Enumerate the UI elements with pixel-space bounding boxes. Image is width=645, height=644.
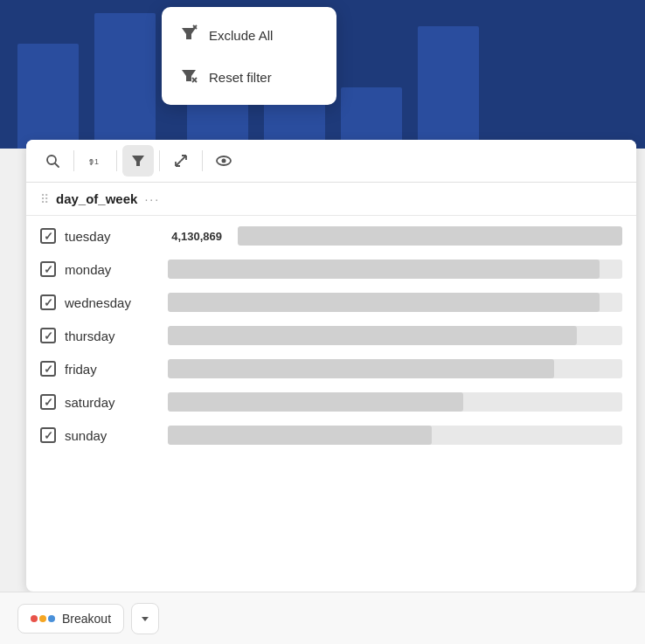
filter-label-monday: monday — [65, 262, 152, 277]
breakout-label: Breakout — [62, 612, 111, 626]
filter-row-sunday: sunday — [26, 419, 636, 452]
search-button[interactable] — [37, 145, 68, 177]
checkbox-wednesday[interactable] — [40, 294, 56, 310]
bar-wednesday — [168, 293, 622, 312]
filter-label-sunday: sunday — [65, 428, 152, 443]
chart-bar — [418, 26, 479, 149]
divider-4 — [202, 150, 203, 171]
filter-row-thursday: thursday — [26, 319, 636, 352]
svg-marker-14 — [182, 28, 196, 39]
checkbox-thursday[interactable] — [40, 328, 56, 343]
context-menu: Exclude All Reset filter — [162, 7, 336, 105]
filter-row-wednesday: wednesday — [26, 286, 636, 319]
drag-handle[interactable]: ⠿ — [40, 192, 49, 206]
filter-panel: ↕ 9 1 — [26, 140, 636, 592]
filter-row-saturday: saturday — [26, 385, 636, 419]
column-header: ⠿ day_of_week ··· — [26, 183, 636, 216]
exclude-all-label: Exclude All — [209, 28, 273, 43]
column-name: day_of_week — [56, 191, 137, 206]
bar-friday — [168, 359, 622, 378]
dot-blue — [48, 615, 55, 622]
breakout-dots — [31, 615, 55, 622]
svg-text:9: 9 — [89, 157, 94, 166]
filter-label-saturday: saturday — [65, 395, 152, 410]
chart-col-2 — [94, 13, 156, 149]
bar-fill-thursday — [168, 326, 577, 345]
checkbox-friday[interactable] — [40, 361, 56, 377]
svg-line-1 — [55, 163, 59, 167]
bar-fill-monday — [168, 260, 600, 279]
toolbar: ↕ 9 1 — [26, 140, 636, 183]
bar-fill-friday — [168, 359, 554, 378]
checkbox-saturday[interactable] — [40, 394, 56, 410]
reset-filter-label: Reset filter — [209, 70, 272, 85]
bottom-bar: Breakout — [0, 592, 645, 644]
bar-value-tuesday: 4,130,869 — [161, 230, 222, 243]
filter-row-friday: friday — [26, 352, 636, 385]
checkbox-sunday[interactable] — [40, 427, 56, 443]
bar-saturday — [168, 392, 622, 412]
bar-thursday — [168, 326, 622, 345]
filter-list: tuesday 4,130,869 monday wednesday thu — [26, 216, 636, 455]
checkbox-tuesday[interactable] — [40, 228, 56, 244]
svg-text:1: 1 — [94, 157, 99, 166]
filter-label-wednesday: wednesday — [65, 295, 152, 310]
sort-button[interactable]: ↕ 9 1 — [80, 145, 111, 177]
expand-button[interactable] — [165, 145, 197, 177]
filter-label-tuesday: tuesday — [65, 229, 152, 244]
filter-label-friday: friday — [65, 362, 152, 377]
svg-marker-20 — [142, 617, 149, 621]
chart-col-7 — [418, 26, 479, 149]
exclude-all-icon — [179, 24, 198, 45]
divider-2 — [116, 150, 117, 171]
divider-3 — [159, 150, 160, 171]
dot-orange — [39, 615, 46, 622]
bar-fill-sunday — [168, 426, 432, 445]
svg-point-13 — [222, 159, 226, 163]
dot-red — [31, 615, 38, 622]
filter-row-monday: monday — [26, 253, 636, 286]
bar-fill-wednesday — [168, 293, 600, 312]
exclude-all-item[interactable]: Exclude All — [162, 14, 336, 56]
bar-tuesday — [238, 226, 622, 246]
chart-col-1 — [17, 44, 79, 149]
bar-sunday — [168, 426, 622, 445]
checkbox-monday[interactable] — [40, 261, 56, 277]
divider-1 — [73, 150, 74, 171]
breakout-button[interactable]: Breakout — [17, 604, 124, 634]
bar-fill-tuesday — [238, 226, 622, 246]
visibility-button[interactable] — [208, 145, 239, 177]
reset-filter-item[interactable]: Reset filter — [162, 56, 336, 98]
breakout-dropdown-arrow[interactable] — [131, 603, 159, 634]
filter-label-thursday: thursday — [65, 329, 152, 343]
bar-fill-saturday — [168, 392, 463, 412]
bar-monday — [168, 260, 622, 279]
column-menu[interactable]: ··· — [144, 192, 160, 206]
filter-row-tuesday: tuesday 4,130,869 — [26, 219, 636, 253]
chart-bar — [17, 44, 79, 149]
filter-button[interactable] — [122, 145, 154, 177]
chart-bar — [94, 13, 156, 149]
reset-filter-icon — [179, 66, 198, 87]
svg-marker-5 — [132, 156, 144, 166]
